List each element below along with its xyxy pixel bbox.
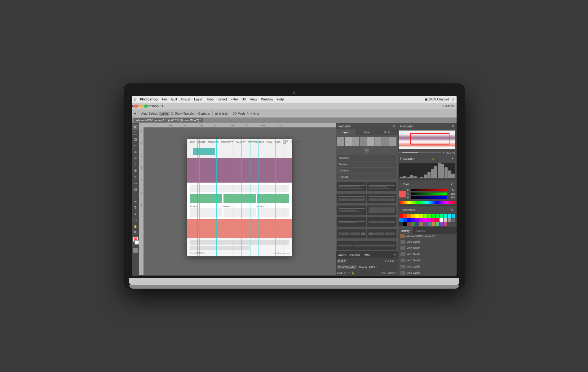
- swatch-color[interactable]: [399, 214, 403, 218]
- swatch-color[interactable]: [435, 218, 439, 222]
- zoom-slider[interactable]: [402, 152, 441, 153]
- swatch-color[interactable]: [448, 214, 451, 218]
- vel-footers[interactable]: Footers: [337, 174, 396, 179]
- blend-mode-dropdown[interactable]: Kind ▾: [337, 259, 347, 263]
- lasso-tool[interactable]: [132, 137, 139, 142]
- swatch-color[interactable]: [427, 214, 431, 218]
- move-tool-icon[interactable]: ✥: [134, 112, 136, 115]
- swatch-color[interactable]: [448, 218, 451, 222]
- histogram-close[interactable]: ✕: [451, 157, 454, 160]
- tab-style[interactable]: Style: [356, 129, 377, 135]
- swatch-color[interactable]: [415, 214, 419, 218]
- swatch-color[interactable]: [444, 214, 447, 218]
- channels-tab[interactable]: Channels: [349, 253, 360, 256]
- app-name[interactable]: Photoshop: [140, 97, 157, 101]
- menu-view[interactable]: View: [250, 97, 257, 101]
- pen-tool[interactable]: ✒: [132, 199, 139, 204]
- actions-tab[interactable]: Actions: [413, 228, 428, 234]
- zoom-in-icon[interactable]: +: [443, 151, 444, 154]
- fill-value[interactable]: 100%: [387, 272, 394, 274]
- preset-1[interactable]: [337, 182, 366, 191]
- close-button[interactable]: [134, 104, 138, 108]
- layers-panel-menu[interactable]: ≡: [394, 253, 396, 256]
- marquee-tool[interactable]: [132, 131, 139, 136]
- gradient-tool[interactable]: ▤: [132, 186, 139, 192]
- swatch-color[interactable]: [423, 214, 427, 218]
- vel-content[interactable]: Content: [337, 168, 396, 173]
- menu-layer[interactable]: Layer: [194, 97, 203, 101]
- menu-filter[interactable]: Filter: [231, 97, 238, 101]
- navigator-close[interactable]: ✕: [452, 125, 454, 128]
- preset-5[interactable]: [337, 206, 366, 215]
- color-close[interactable]: ✕: [450, 183, 453, 186]
- nav-view-rect[interactable]: [410, 133, 450, 144]
- document-tab[interactable]: sd-proof-XXX-home-v0.1 @ 66.7% (Footer, …: [134, 118, 204, 122]
- swatch-color[interactable]: [403, 218, 407, 222]
- preset-4[interactable]: [367, 194, 396, 203]
- path-select-tool[interactable]: ➤: [132, 211, 139, 217]
- opacity-value[interactable]: 100%: [369, 266, 375, 268]
- green-value[interactable]: 255: [448, 192, 455, 195]
- swatch-color[interactable]: [411, 222, 415, 226]
- swatch-color[interactable]: [415, 218, 419, 222]
- swatch-color[interactable]: [419, 222, 423, 226]
- pass-through-dropdown[interactable]: Pass Through ▾: [337, 265, 357, 269]
- swatch-color[interactable]: [419, 218, 423, 222]
- swatch-color[interactable]: [423, 222, 427, 226]
- swatch-color[interactable]: [407, 218, 411, 222]
- shape-tool[interactable]: ▭: [132, 217, 139, 223]
- red-value[interactable]: 255: [448, 188, 455, 192]
- menu-type[interactable]: Type: [206, 97, 214, 101]
- swatch-color[interactable]: [440, 218, 443, 222]
- swatch-color[interactable]: [419, 214, 423, 218]
- history-tab[interactable]: History: [398, 228, 413, 234]
- crop-tool[interactable]: [132, 143, 139, 148]
- vel-add-button[interactable]: +: [364, 148, 369, 153]
- paths-tab[interactable]: Paths: [363, 253, 370, 256]
- swatch-color[interactable]: [431, 218, 435, 222]
- layout-selector[interactable]: 3-Sidebar: [442, 104, 456, 108]
- preset-full-width[interactable]: [337, 241, 396, 250]
- preset-9[interactable]: [337, 229, 366, 238]
- blue-slider[interactable]: [411, 196, 447, 199]
- preset-3[interactable]: [337, 194, 366, 203]
- history-item[interactable]: Add Guide: [398, 251, 457, 257]
- preset-2[interactable]: [367, 182, 396, 191]
- swatch-color[interactable]: [440, 222, 443, 226]
- history-item[interactable]: Add Guide: [398, 270, 457, 275]
- layer-dropdown[interactable]: Layer: [159, 112, 170, 116]
- eyedropper-tool[interactable]: ⊕: [132, 149, 139, 155]
- swatch-color[interactable]: [440, 214, 443, 218]
- history-item[interactable]: Add Guide: [398, 257, 457, 264]
- swatch-color[interactable]: [403, 222, 407, 226]
- maximize-button[interactable]: [144, 104, 148, 108]
- swatch-color[interactable]: [435, 222, 439, 226]
- menu-help[interactable]: Help: [277, 97, 284, 101]
- clone-tool[interactable]: ❋: [132, 168, 139, 173]
- velosiety-close[interactable]: ✕: [393, 125, 395, 128]
- 3d-mode-label[interactable]: 3D Mode: [233, 112, 245, 115]
- zoom-tool[interactable]: 🔍: [132, 230, 139, 235]
- swatch-color[interactable]: [403, 214, 407, 218]
- text-tool[interactable]: T: [132, 205, 139, 210]
- quick-mask-icon[interactable]: [133, 248, 138, 253]
- zoom-out-icon[interactable]: −: [399, 151, 401, 154]
- swatch-color[interactable]: [427, 218, 431, 222]
- history-item[interactable]: Add Guide: [398, 245, 457, 251]
- canvas-content[interactable]: HOME ABOUT SERVICES PRODUCTS GALLERY TES…: [144, 127, 336, 268]
- red-slider[interactable]: [411, 189, 447, 191]
- preset-10[interactable]: [367, 229, 396, 238]
- history-brush-tool[interactable]: ↺: [132, 174, 139, 179]
- swatch-color[interactable]: [423, 218, 427, 222]
- preset-8[interactable]: [367, 217, 396, 227]
- preset-6[interactable]: [367, 206, 396, 215]
- selection-tool[interactable]: [132, 124, 139, 130]
- history-item[interactable]: Add Guide: [398, 264, 457, 270]
- layers-title[interactable]: Layers: [338, 253, 346, 256]
- background-color[interactable]: [135, 240, 139, 245]
- swatch-color[interactable]: [415, 222, 419, 226]
- swatch-color[interactable]: [435, 214, 439, 218]
- color-swatch-main[interactable]: [399, 191, 406, 197]
- swatch-color[interactable]: [444, 218, 447, 222]
- swatch-color[interactable]: [444, 222, 447, 226]
